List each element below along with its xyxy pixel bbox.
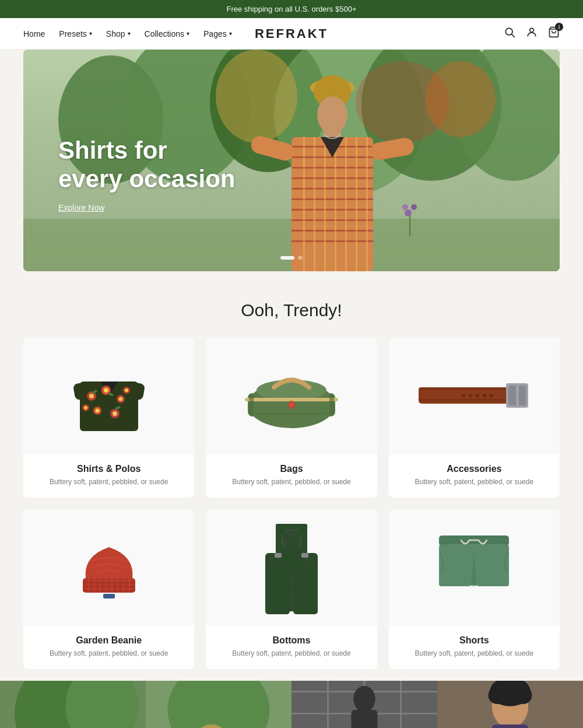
svg-rect-33 — [345, 137, 347, 271]
svg-point-2 — [530, 28, 534, 32]
product-info-beanie: Garden Beanie Buttery soft, patent, pebb… — [23, 626, 194, 669]
product-card-beanie[interactable]: Garden Beanie Buttery soft, patent, pebb… — [23, 509, 194, 669]
svg-rect-106 — [293, 588, 318, 614]
svg-point-118 — [66, 681, 139, 728]
preview-item-1[interactable] — [0, 681, 146, 728]
svg-rect-108 — [301, 553, 308, 558]
header-icons: 1 — [504, 26, 560, 41]
svg-rect-78 — [516, 384, 519, 407]
product-desc-bags: Buttery soft, patent, pebbled, or suede — [217, 478, 365, 486]
svg-point-41 — [402, 204, 408, 210]
svg-point-58 — [125, 388, 128, 392]
svg-rect-35 — [366, 137, 368, 271]
product-desc-beanie: Buttery soft, patent, pebbled, or suede — [35, 649, 182, 657]
svg-rect-74 — [419, 387, 512, 390]
product-card-accessories[interactable]: Accessories Buttery soft, patent, pebble… — [389, 338, 560, 498]
hero-dot-active[interactable] — [280, 256, 294, 260]
svg-point-122 — [168, 681, 270, 728]
product-name-beanie: Garden Beanie — [35, 635, 182, 646]
svg-rect-71 — [249, 394, 254, 415]
shirt-image — [71, 358, 147, 434]
product-info-accessories: Accessories Buttery soft, patent, pebble… — [389, 454, 560, 498]
preview-item-2[interactable] — [146, 681, 292, 728]
bag-image — [242, 358, 341, 434]
cart-icon[interactable]: 1 — [548, 26, 560, 41]
account-icon[interactable] — [526, 26, 538, 41]
svg-rect-95 — [83, 590, 135, 592]
chevron-down-icon: ▾ — [128, 30, 131, 37]
svg-rect-31 — [324, 137, 326, 271]
product-info-shirts: Shirts & Polos Buttery soft, patent, peb… — [23, 454, 194, 498]
product-desc-bottoms: Buttery soft, patent, pebbled, or suede — [217, 649, 365, 657]
svg-rect-143 — [492, 724, 529, 728]
beanie-image — [71, 533, 147, 603]
svg-rect-93 — [83, 582, 135, 583]
product-desc-shirts: Buttery soft, patent, pebbled, or suede — [35, 478, 182, 486]
svg-point-79 — [490, 394, 493, 397]
announcement-text: Free shipping on all U.S. orders $500+ — [227, 5, 357, 13]
svg-point-52 — [118, 397, 122, 401]
svg-point-40 — [411, 204, 417, 210]
chevron-down-icon: ▾ — [187, 30, 189, 37]
product-name-accessories: Accessories — [401, 464, 548, 474]
hero-pagination — [280, 256, 303, 260]
overalls-image — [254, 518, 329, 617]
preview-item-3[interactable] — [292, 681, 437, 728]
svg-point-80 — [483, 394, 486, 397]
nav-presets[interactable]: Presets ▾ — [59, 29, 92, 38]
chevron-down-icon: ▾ — [229, 30, 232, 37]
svg-rect-75 — [419, 399, 512, 401]
svg-rect-110 — [310, 558, 313, 564]
hero-dot-2[interactable] — [298, 256, 303, 260]
preview-row — [0, 681, 583, 728]
svg-point-16 — [317, 96, 347, 134]
hero-section: Shirts for every occasion Explore Now — [23, 50, 560, 271]
svg-rect-109 — [270, 558, 273, 564]
svg-point-54 — [95, 409, 99, 413]
nav-home[interactable]: Home — [23, 29, 45, 38]
svg-rect-105 — [265, 588, 290, 614]
svg-point-81 — [476, 394, 479, 397]
nav-pages[interactable]: Pages ▾ — [203, 29, 232, 38]
product-name-shorts: Shorts — [401, 635, 548, 646]
svg-point-50 — [104, 388, 108, 393]
product-image-shirts — [23, 338, 194, 454]
svg-point-12 — [426, 61, 496, 137]
svg-point-66 — [257, 380, 326, 401]
section-heading: Ooh, Trendy! — [0, 300, 583, 320]
svg-rect-30 — [314, 137, 315, 271]
site-logo[interactable]: REFRAKT — [255, 26, 328, 41]
svg-rect-72 — [329, 394, 334, 415]
product-card-shirts[interactable]: Shirts & Polos Buttery soft, patent, peb… — [23, 338, 194, 498]
chevron-down-icon: ▾ — [89, 30, 92, 37]
svg-rect-96 — [103, 594, 115, 598]
preview-item-4[interactable] — [437, 681, 583, 728]
search-icon[interactable] — [504, 26, 515, 41]
cart-count-badge: 1 — [555, 23, 563, 31]
svg-point-56 — [113, 411, 117, 416]
nav-shop[interactable]: Shop ▾ — [106, 29, 131, 38]
product-image-bottoms — [206, 509, 377, 626]
product-image-accessories — [389, 338, 560, 454]
svg-line-1 — [512, 34, 515, 37]
svg-rect-115 — [477, 573, 509, 586]
product-name-bottoms: Bottoms — [217, 635, 365, 646]
header: Home Presets ▾ Shop ▾ Collections ▾ Page… — [0, 18, 583, 50]
svg-point-10 — [216, 50, 297, 143]
product-name-shirts: Shirts & Polos — [35, 464, 182, 474]
nav-collections[interactable]: Collections ▾ — [145, 29, 189, 38]
svg-point-48 — [89, 394, 94, 398]
product-grid: Shirts & Polos Buttery soft, patent, peb… — [23, 338, 560, 669]
product-card-bags[interactable]: Bags Buttery soft, patent, pebbled, or s… — [206, 338, 377, 498]
svg-point-60 — [84, 406, 87, 410]
hero-cta-button[interactable]: Explore Now — [58, 203, 104, 212]
product-name-bags: Bags — [217, 464, 365, 474]
belt-image — [416, 373, 532, 419]
product-image-bags — [206, 338, 377, 454]
product-card-bottoms[interactable]: Bottoms Buttery soft, patent, pebbled, o… — [206, 509, 377, 669]
hero-title: Shirts for every occasion — [58, 136, 236, 193]
product-info-shorts: Shorts Buttery soft, patent, pebbled, or… — [389, 626, 560, 669]
shorts-image — [427, 530, 521, 606]
product-desc-shorts: Buttery soft, patent, pebbled, or suede — [401, 649, 548, 657]
product-card-shorts[interactable]: Shorts Buttery soft, patent, pebbled, or… — [389, 509, 560, 669]
